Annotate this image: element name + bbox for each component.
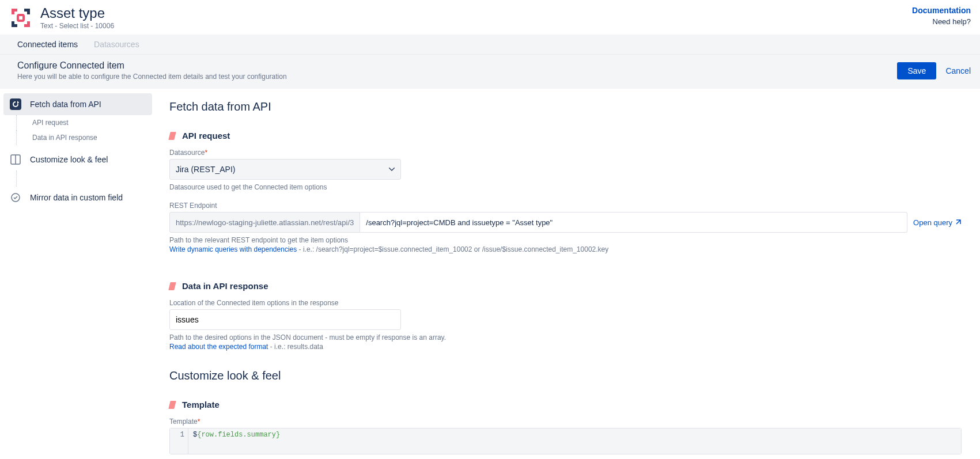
sidenav-customize-spacer bbox=[3, 170, 152, 187]
section-marker-icon bbox=[168, 401, 176, 409]
section-marker-icon bbox=[168, 132, 176, 140]
template-editor[interactable]: 1 ${row.fields.summary} bbox=[169, 428, 962, 454]
section-data-response: Data in API response bbox=[169, 281, 962, 291]
gutter: 1 bbox=[170, 428, 188, 454]
fetch-heading: Fetch data from API bbox=[169, 100, 962, 113]
content[interactable]: Fetch data from API API request Datasour… bbox=[156, 89, 980, 459]
sidenav: Fetch data from API API request Data in … bbox=[0, 89, 156, 459]
rest-endpoint-label: REST Endpoint bbox=[169, 202, 962, 210]
subheader: Configure Connected item Here you will b… bbox=[0, 54, 980, 89]
datasource-label: Datasource* bbox=[169, 149, 962, 157]
rest-endpoint-prefix: https://newlogo-staging-juliette.atlassi… bbox=[169, 212, 360, 233]
sidenav-data-in-response[interactable]: Data in API response bbox=[3, 130, 152, 145]
subheader-desc: Here you will be able to configure the C… bbox=[17, 73, 287, 81]
chevron-down-icon bbox=[389, 168, 395, 171]
section-marker-icon bbox=[168, 282, 176, 290]
code-line[interactable]: ${row.fields.summary} bbox=[188, 428, 961, 454]
logo-block: Asset type Text - Select list - 10006 bbox=[9, 6, 114, 30]
save-button[interactable]: Save bbox=[897, 62, 936, 79]
rest-hint: Path to the relevant REST endpoint to ge… bbox=[169, 236, 962, 244]
top-links: Documentation Need help? bbox=[912, 6, 971, 28]
location-format-hint: Read about the expected format - i.e.: r… bbox=[169, 343, 962, 351]
tab-datasources[interactable]: Datasources bbox=[94, 40, 139, 49]
open-query-link[interactable]: Open query bbox=[913, 218, 962, 227]
section-template: Template bbox=[169, 400, 962, 409]
sidenav-fetch-data[interactable]: Fetch data from API bbox=[3, 93, 152, 115]
app-logo-icon bbox=[9, 6, 32, 29]
sidenav-mirror[interactable]: Mirror data in custom field bbox=[3, 187, 152, 208]
rest-dynamic-hint: Write dynamic queries with dependencies … bbox=[169, 245, 962, 253]
svg-rect-1 bbox=[10, 98, 21, 110]
mirror-icon bbox=[9, 191, 22, 204]
topbar: Asset type Text - Select list - 10006 Do… bbox=[0, 0, 980, 35]
rest-endpoint-input[interactable] bbox=[360, 212, 907, 233]
sidenav-item-label: Mirror data in custom field bbox=[30, 193, 123, 202]
sidenav-item-label: Customize look & feel bbox=[30, 155, 108, 164]
datasource-select[interactable]: Jira (REST_API) bbox=[169, 159, 401, 180]
customize-heading: Customize look & feel bbox=[169, 369, 962, 382]
page-title: Asset type bbox=[40, 6, 114, 21]
location-hint: Path to the desired options in the JSON … bbox=[169, 333, 962, 342]
svg-rect-0 bbox=[18, 15, 24, 21]
tab-connected-items[interactable]: Connected items bbox=[17, 40, 78, 49]
need-help-link[interactable]: Need help? bbox=[912, 17, 971, 26]
tabbar: Connected items Datasources bbox=[0, 35, 980, 54]
page-subtitle: Text - Select list - 10006 bbox=[40, 22, 114, 30]
template-label: Template* bbox=[169, 418, 962, 426]
cancel-link[interactable]: Cancel bbox=[945, 66, 971, 75]
location-label: Location of the Connected item options i… bbox=[169, 299, 962, 307]
sidenav-customize[interactable]: Customize look & feel bbox=[3, 149, 152, 170]
sidenav-api-request[interactable]: API request bbox=[3, 115, 152, 130]
documentation-link[interactable]: Documentation bbox=[912, 6, 971, 15]
customize-icon bbox=[9, 153, 22, 166]
fetch-icon bbox=[9, 98, 22, 111]
location-input[interactable] bbox=[169, 309, 401, 330]
external-link-icon bbox=[955, 219, 962, 226]
dynamic-queries-link[interactable]: Write dynamic queries with dependencies bbox=[169, 245, 297, 253]
datasource-hint: Datasource used to get the Connected ite… bbox=[169, 183, 962, 191]
sidenav-item-label: Fetch data from API bbox=[30, 100, 101, 109]
subheader-title: Configure Connected item bbox=[17, 60, 287, 71]
format-link[interactable]: Read about the expected format bbox=[169, 343, 268, 351]
section-api-request: API request bbox=[169, 131, 962, 141]
